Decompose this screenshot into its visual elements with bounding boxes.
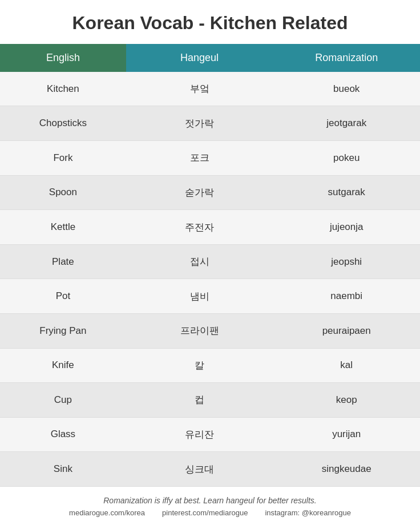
cell-hangeul: 젓가락 (126, 106, 273, 141)
table-row: Frying Pan프라이팬peuraipaen (0, 313, 420, 348)
footer-link-2: pinterest.com/mediarogue (162, 508, 248, 517)
col-header-romanization: Romanization (273, 44, 420, 72)
footer-link-1: mediarogue.com/korea (69, 508, 145, 517)
footer-links: mediarogue.com/korea pinterest.com/media… (11, 508, 409, 517)
cell-english: Knife (0, 348, 126, 383)
cell-hangeul: 포크 (126, 141, 273, 176)
table-row: Kettle주전자jujeonja (0, 210, 420, 245)
cell-hangeul: 싱크대 (126, 452, 273, 487)
footer-link-3: instagram: @koreanrogue (265, 508, 351, 517)
cell-english: Plate (0, 244, 126, 279)
cell-english: Cup (0, 383, 126, 418)
cell-hangeul: 냄비 (126, 279, 273, 314)
cell-english: Glass (0, 417, 126, 452)
cell-romanization: singkeudae (273, 452, 420, 487)
cell-hangeul: 프라이팬 (126, 313, 273, 348)
cell-romanization: naembi (273, 279, 420, 314)
cell-english: Spoon (0, 175, 126, 210)
cell-english: Fork (0, 141, 126, 176)
cell-hangeul: 부엌 (126, 72, 273, 106)
table-row: Cup컵keop (0, 383, 420, 418)
cell-english: Frying Pan (0, 313, 126, 348)
cell-english: Chopsticks (0, 106, 126, 141)
table-row: Knife칼kal (0, 348, 420, 383)
cell-english: Sink (0, 452, 126, 487)
footer: Romanization is iffy at best. Learn hang… (0, 487, 420, 525)
cell-romanization: peuraipaen (273, 313, 420, 348)
cell-hangeul: 유리잔 (126, 417, 273, 452)
table-row: Spoon숟가락sutgarak (0, 175, 420, 210)
col-header-hangeul: Hangeul (126, 44, 273, 72)
table-row: Fork포크pokeu (0, 141, 420, 176)
page-wrapper: Korean Vocab - Kitchen Related English H… (0, 0, 420, 525)
table-row: Sink싱크대singkeudae (0, 452, 420, 487)
cell-hangeul: 접시 (126, 244, 273, 279)
cell-romanization: bueok (273, 72, 420, 106)
table-row: Chopsticks젓가락jeotgarak (0, 106, 420, 141)
table-row: Glass유리잔yurijan (0, 417, 420, 452)
col-header-english: English (0, 44, 126, 72)
cell-romanization: pokeu (273, 141, 420, 176)
cell-english: Kitchen (0, 72, 126, 106)
cell-romanization: sutgarak (273, 175, 420, 210)
cell-romanization: kal (273, 348, 420, 383)
cell-english: Pot (0, 279, 126, 314)
footer-note: Romanization is iffy at best. Learn hang… (11, 496, 409, 505)
vocab-table: English Hangeul Romanization Kitchen부엌bu… (0, 44, 420, 487)
cell-hangeul: 숟가락 (126, 175, 273, 210)
cell-romanization: jujeonja (273, 210, 420, 245)
cell-english: Kettle (0, 210, 126, 245)
cell-hangeul: 칼 (126, 348, 273, 383)
page-title: Korean Vocab - Kitchen Related (0, 0, 420, 44)
cell-romanization: keop (273, 383, 420, 418)
table-row: Kitchen부엌bueok (0, 72, 420, 106)
cell-romanization: yurijan (273, 417, 420, 452)
cell-romanization: jeopshi (273, 244, 420, 279)
cell-hangeul: 주전자 (126, 210, 273, 245)
cell-hangeul: 컵 (126, 383, 273, 418)
table-row: Plate접시jeopshi (0, 244, 420, 279)
table-row: Pot냄비naembi (0, 279, 420, 314)
cell-romanization: jeotgarak (273, 106, 420, 141)
